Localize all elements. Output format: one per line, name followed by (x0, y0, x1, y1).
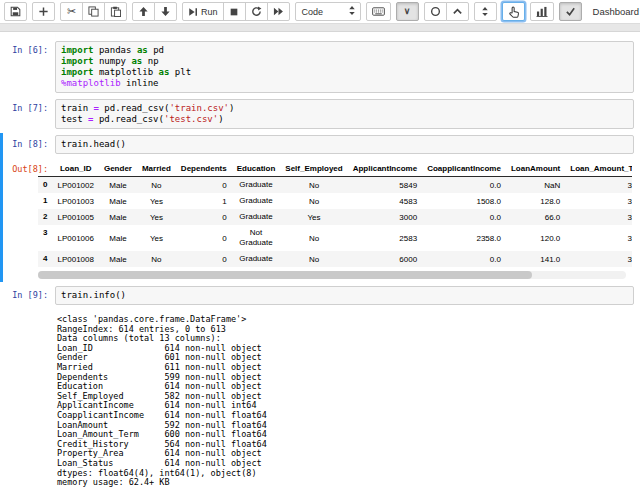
table-cell: 360.0 (565, 177, 632, 194)
table-cell: No (280, 193, 347, 209)
column-header: Dependents (176, 161, 232, 177)
check-icon (565, 6, 576, 17)
table-cell: 3000 (348, 209, 422, 225)
fast-forward-icon (273, 6, 284, 17)
arrow-up-icon (138, 6, 149, 17)
row-index: 3 (38, 225, 52, 251)
move-group (132, 2, 177, 21)
cell-output-area: <class 'pandas.core.frame.DataFrame'> Ra… (0, 308, 640, 488)
restart-kernel-button[interactable] (245, 2, 268, 21)
column-header: Education (232, 161, 281, 177)
code-cell[interactable]: In [8]:train.head()Out[8]:Loan_IDGenderM… (0, 132, 640, 283)
cut-icon: ✂ (67, 6, 76, 17)
run-button-label: Run (201, 7, 218, 17)
notebook-area: In [6]:import pandas as pdimport numpy a… (0, 32, 640, 488)
column-header: Self_Employed (280, 161, 347, 177)
table-row: 2LP001005MaleYes0GraduateYes30000.066.03… (38, 209, 632, 225)
hand-pointer-button[interactable] (502, 2, 525, 21)
circle-extension-button[interactable] (424, 2, 447, 21)
move-cell-down-button[interactable] (154, 2, 177, 21)
cut-cell-button[interactable]: ✂ (60, 2, 83, 21)
hand-pointer-icon (508, 6, 519, 18)
copy-cell-button[interactable] (82, 2, 105, 21)
mini-stepper-button[interactable] (474, 2, 497, 21)
input-prompt: In [6]: (0, 41, 55, 93)
table-cell: 6000 (348, 251, 422, 267)
extension-v-group: ∨ (396, 2, 419, 21)
move-cell-up-button[interactable] (132, 2, 155, 21)
notebook-toolbar: ✂RunCode∨Dashboard View:</> (0, 0, 640, 23)
code-line: train.head() (61, 139, 628, 150)
table-cell: 0 (176, 225, 232, 251)
code-line: import numpy as np (61, 56, 628, 67)
add-cell-button[interactable] (32, 2, 55, 21)
copy-icon (88, 6, 99, 17)
table-cell: 0 (176, 209, 232, 225)
code-cell[interactable]: In [7]:train = pd.read_csv('train.csv')t… (0, 96, 640, 132)
table-cell: 4583 (348, 193, 422, 209)
table-cell: 128.0 (506, 193, 565, 209)
bar-chart-button[interactable] (530, 2, 554, 21)
table-cell: 2583 (348, 225, 422, 251)
table-cell: LP001008 (52, 251, 98, 267)
collapse-extension-button[interactable] (446, 2, 469, 21)
bar-chart-icon (536, 6, 548, 17)
table-cell: Male (99, 251, 137, 267)
run-button[interactable]: Run (182, 2, 224, 21)
table-cell: 0 (176, 251, 232, 267)
cell-type-select[interactable]: Code (295, 2, 361, 21)
arrow-down-icon (160, 6, 171, 17)
table-cell: 0.0 (422, 209, 506, 225)
column-header: ApplicantIncome (348, 161, 422, 177)
table-cell: Graduate (232, 251, 281, 267)
table-cell: Yes (137, 209, 176, 225)
table-cell: No (280, 225, 347, 251)
scrollbar-thumb[interactable] (38, 271, 532, 279)
table-cell: Male (99, 177, 137, 194)
save-icon (10, 6, 21, 17)
table-row: 1LP001003MaleYes1GraduateNo45831508.0128… (38, 193, 632, 209)
table-cell: No (280, 251, 347, 267)
row-index: 2 (38, 209, 52, 225)
code-input-area[interactable]: import pandas as pdimport numpy as npimp… (55, 41, 634, 93)
table-cell: Graduate (232, 177, 281, 194)
save-button[interactable] (4, 2, 27, 21)
table-cell: Yes (280, 209, 347, 225)
paste-cell-button[interactable] (104, 2, 127, 21)
v-extension-button[interactable]: ∨ (396, 2, 419, 21)
stepper-icon (481, 6, 489, 17)
keyboard-icon (372, 6, 385, 17)
code-cell[interactable]: In [9]:train.info()<class 'pandas.core.f… (0, 283, 640, 488)
table-cell: Male (99, 209, 137, 225)
check-button[interactable] (559, 2, 582, 21)
code-line: import pandas as pd (61, 45, 628, 56)
table-cell: Not Graduate (232, 225, 281, 251)
code-line: %matplotlib inline (61, 78, 628, 89)
table-cell: Yes (137, 225, 176, 251)
code-input-area[interactable]: train.info() (55, 286, 634, 305)
code-cell[interactable]: In [6]:import pandas as pdimport numpy a… (0, 38, 640, 96)
table-cell: No (280, 177, 347, 194)
dataframe-table: Loan_IDGenderMarriedDependentsEducationS… (38, 161, 632, 267)
restart-run-all-button[interactable] (267, 2, 290, 21)
code-input-area[interactable]: train = pd.read_csv('train.csv')test = p… (55, 99, 634, 129)
command-palette-button[interactable] (366, 2, 391, 21)
table-horizontal-scrollbar[interactable] (38, 271, 626, 279)
column-header: Married (137, 161, 176, 177)
save-group (4, 2, 27, 21)
code-input-area[interactable]: train.head() (55, 135, 634, 154)
table-cell: Graduate (232, 193, 281, 209)
interrupt-kernel-button[interactable] (223, 2, 246, 21)
dashboard-view-label: Dashboard View: (593, 6, 640, 17)
table-cell: LP001006 (52, 225, 98, 251)
code-line: import matplotlib as plt (61, 67, 628, 78)
cell-output-area: Out[8]:Loan_IDGenderMarriedDependentsEdu… (0, 157, 640, 283)
table-cell: 360.0 (565, 251, 632, 267)
column-header: Gender (99, 161, 137, 177)
table-row: 3LP001006MaleYes0Not GraduateNo25832358.… (38, 225, 632, 251)
table-cell: 0.0 (422, 177, 506, 194)
table-cell: Male (99, 193, 137, 209)
paste-icon (110, 6, 121, 17)
cell-type-value: Code (302, 7, 324, 17)
table-cell: 66.0 (506, 209, 565, 225)
